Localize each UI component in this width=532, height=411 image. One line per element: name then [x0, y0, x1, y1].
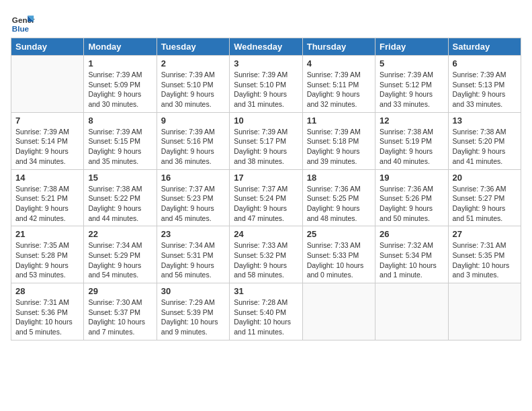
week-row-4: 21 Sunrise: 7:35 AM Sunset: 5:28 PM Dayl…	[11, 226, 521, 283]
calendar-cell: 1 Sunrise: 7:39 AM Sunset: 5:09 PM Dayli…	[84, 56, 157, 113]
week-row-3: 14 Sunrise: 7:38 AM Sunset: 5:21 PM Dayl…	[11, 169, 521, 226]
day-info: Sunrise: 7:28 AM Sunset: 5:40 PM Dayligh…	[234, 298, 298, 337]
day-number: 11	[307, 116, 371, 126]
day-number: 2	[161, 58, 225, 68]
day-number: 15	[88, 173, 152, 183]
calendar-cell: 7 Sunrise: 7:39 AM Sunset: 5:14 PM Dayli…	[11, 112, 84, 169]
day-info: Sunrise: 7:39 AM Sunset: 5:09 PM Dayligh…	[88, 70, 152, 109]
day-number: 9	[161, 116, 225, 126]
calendar-cell	[375, 283, 448, 340]
calendar-cell: 8 Sunrise: 7:39 AM Sunset: 5:15 PM Dayli…	[84, 112, 157, 169]
day-info: Sunrise: 7:38 AM Sunset: 5:22 PM Dayligh…	[88, 184, 152, 224]
day-info: Sunrise: 7:31 AM Sunset: 5:35 PM Dayligh…	[453, 240, 517, 280]
day-info: Sunrise: 7:36 AM Sunset: 5:27 PM Dayligh…	[453, 184, 517, 224]
day-info: Sunrise: 7:35 AM Sunset: 5:28 PM Dayligh…	[15, 240, 79, 280]
day-number: 13	[453, 116, 517, 126]
calendar-cell	[11, 56, 84, 113]
day-number: 4	[307, 58, 371, 68]
week-row-1: 1 Sunrise: 7:39 AM Sunset: 5:09 PM Dayli…	[11, 56, 521, 113]
header-wednesday: Wednesday	[230, 38, 302, 56]
header-monday: Monday	[84, 38, 157, 56]
day-info: Sunrise: 7:39 AM Sunset: 5:18 PM Dayligh…	[307, 127, 371, 167]
logo: General Blue	[11, 11, 35, 35]
day-info: Sunrise: 7:38 AM Sunset: 5:20 PM Dayligh…	[453, 127, 517, 167]
day-info: Sunrise: 7:38 AM Sunset: 5:19 PM Dayligh…	[380, 127, 443, 167]
day-info: Sunrise: 7:39 AM Sunset: 5:16 PM Dayligh…	[161, 127, 225, 167]
calendar-cell	[302, 283, 375, 340]
day-number: 1	[88, 58, 152, 68]
day-number: 3	[234, 58, 298, 68]
calendar-cell: 13 Sunrise: 7:38 AM Sunset: 5:20 PM Dayl…	[448, 112, 521, 169]
day-number: 30	[161, 286, 225, 296]
calendar-cell: 15 Sunrise: 7:38 AM Sunset: 5:22 PM Dayl…	[84, 169, 157, 226]
day-number: 5	[380, 58, 443, 68]
header-saturday: Saturday	[448, 38, 521, 56]
day-number: 18	[307, 173, 371, 183]
day-info: Sunrise: 7:38 AM Sunset: 5:21 PM Dayligh…	[15, 184, 79, 224]
calendar-cell: 11 Sunrise: 7:39 AM Sunset: 5:18 PM Dayl…	[302, 112, 375, 169]
day-info: Sunrise: 7:36 AM Sunset: 5:26 PM Dayligh…	[380, 184, 443, 224]
week-row-5: 28 Sunrise: 7:31 AM Sunset: 5:36 PM Dayl…	[11, 283, 521, 340]
calendar-cell: 26 Sunrise: 7:32 AM Sunset: 5:34 PM Dayl…	[375, 226, 448, 283]
day-number: 7	[15, 116, 79, 126]
calendar-cell: 19 Sunrise: 7:36 AM Sunset: 5:26 PM Dayl…	[375, 169, 448, 226]
day-number: 12	[380, 116, 443, 126]
day-info: Sunrise: 7:37 AM Sunset: 5:23 PM Dayligh…	[161, 184, 225, 224]
day-info: Sunrise: 7:39 AM Sunset: 5:11 PM Dayligh…	[307, 70, 371, 109]
day-number: 6	[453, 58, 517, 68]
calendar-cell: 6 Sunrise: 7:39 AM Sunset: 5:13 PM Dayli…	[448, 56, 521, 113]
header-friday: Friday	[375, 38, 448, 56]
header-row: SundayMondayTuesdayWednesdayThursdayFrid…	[11, 38, 521, 56]
calendar-cell: 2 Sunrise: 7:39 AM Sunset: 5:10 PM Dayli…	[157, 56, 229, 113]
day-info: Sunrise: 7:31 AM Sunset: 5:36 PM Dayligh…	[15, 298, 79, 337]
page-header: General Blue	[11, 11, 521, 35]
day-number: 16	[161, 173, 225, 183]
day-info: Sunrise: 7:30 AM Sunset: 5:37 PM Dayligh…	[88, 298, 152, 337]
calendar-cell: 22 Sunrise: 7:34 AM Sunset: 5:29 PM Dayl…	[84, 226, 157, 283]
day-number: 28	[15, 286, 79, 296]
day-info: Sunrise: 7:34 AM Sunset: 5:31 PM Dayligh…	[161, 240, 225, 280]
calendar-table: SundayMondayTuesdayWednesdayThursdayFrid…	[11, 38, 521, 340]
calendar-cell: 14 Sunrise: 7:38 AM Sunset: 5:21 PM Dayl…	[11, 169, 84, 226]
svg-text:Blue: Blue	[12, 24, 30, 33]
day-info: Sunrise: 7:39 AM Sunset: 5:15 PM Dayligh…	[88, 127, 152, 167]
day-info: Sunrise: 7:39 AM Sunset: 5:17 PM Dayligh…	[234, 127, 298, 167]
calendar-cell: 5 Sunrise: 7:39 AM Sunset: 5:12 PM Dayli…	[375, 56, 448, 113]
day-info: Sunrise: 7:39 AM Sunset: 5:12 PM Dayligh…	[380, 70, 443, 109]
calendar-cell: 20 Sunrise: 7:36 AM Sunset: 5:27 PM Dayl…	[448, 169, 521, 226]
day-info: Sunrise: 7:34 AM Sunset: 5:29 PM Dayligh…	[88, 240, 152, 280]
day-info: Sunrise: 7:33 AM Sunset: 5:32 PM Dayligh…	[234, 240, 298, 280]
calendar-cell: 3 Sunrise: 7:39 AM Sunset: 5:10 PM Dayli…	[230, 56, 302, 113]
day-number: 26	[380, 229, 443, 239]
logo-icon: General Blue	[11, 11, 35, 35]
calendar-cell: 21 Sunrise: 7:35 AM Sunset: 5:28 PM Dayl…	[11, 226, 84, 283]
day-info: Sunrise: 7:39 AM Sunset: 5:14 PM Dayligh…	[15, 127, 79, 167]
day-number: 23	[161, 229, 225, 239]
calendar-cell	[448, 283, 521, 340]
day-number: 24	[234, 229, 298, 239]
day-info: Sunrise: 7:39 AM Sunset: 5:10 PM Dayligh…	[161, 70, 225, 109]
day-number: 22	[88, 229, 152, 239]
calendar-cell: 12 Sunrise: 7:38 AM Sunset: 5:19 PM Dayl…	[375, 112, 448, 169]
day-number: 19	[380, 173, 443, 183]
calendar-cell: 4 Sunrise: 7:39 AM Sunset: 5:11 PM Dayli…	[302, 56, 375, 113]
calendar-cell: 17 Sunrise: 7:37 AM Sunset: 5:24 PM Dayl…	[230, 169, 302, 226]
calendar-cell: 28 Sunrise: 7:31 AM Sunset: 5:36 PM Dayl…	[11, 283, 84, 340]
header-thursday: Thursday	[302, 38, 375, 56]
day-number: 10	[234, 116, 298, 126]
day-info: Sunrise: 7:39 AM Sunset: 5:10 PM Dayligh…	[234, 70, 298, 109]
day-info: Sunrise: 7:39 AM Sunset: 5:13 PM Dayligh…	[453, 70, 517, 109]
calendar-cell: 30 Sunrise: 7:29 AM Sunset: 5:39 PM Dayl…	[157, 283, 229, 340]
calendar-cell: 9 Sunrise: 7:39 AM Sunset: 5:16 PM Dayli…	[157, 112, 229, 169]
calendar-cell: 25 Sunrise: 7:33 AM Sunset: 5:33 PM Dayl…	[302, 226, 375, 283]
day-number: 25	[307, 229, 371, 239]
calendar-cell: 29 Sunrise: 7:30 AM Sunset: 5:37 PM Dayl…	[84, 283, 157, 340]
calendar-cell: 16 Sunrise: 7:37 AM Sunset: 5:23 PM Dayl…	[157, 169, 229, 226]
calendar-cell: 10 Sunrise: 7:39 AM Sunset: 5:17 PM Dayl…	[230, 112, 302, 169]
day-number: 14	[15, 173, 79, 183]
day-info: Sunrise: 7:29 AM Sunset: 5:39 PM Dayligh…	[161, 298, 225, 337]
day-number: 21	[15, 229, 79, 239]
calendar-cell: 24 Sunrise: 7:33 AM Sunset: 5:32 PM Dayl…	[230, 226, 302, 283]
day-number: 31	[234, 286, 298, 296]
calendar-cell: 27 Sunrise: 7:31 AM Sunset: 5:35 PM Dayl…	[448, 226, 521, 283]
